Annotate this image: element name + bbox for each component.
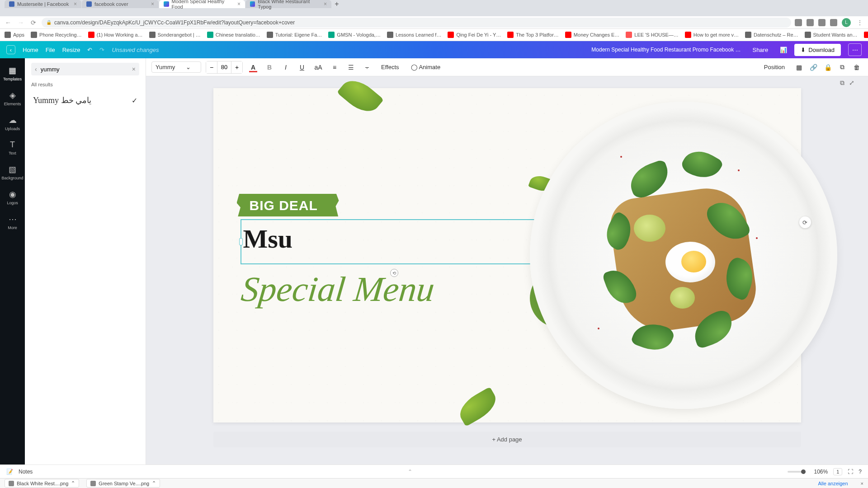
undo-button[interactable]: ↶ [87,47,92,53]
add-page-button[interactable]: + Add page [213,432,801,447]
download-button[interactable]: ⬇Download [794,44,841,56]
extension-icon[interactable] [807,19,814,26]
special-menu-text[interactable]: Special Menu [239,269,436,310]
delete-icon[interactable]: 🗑 [851,61,863,73]
bookmark-item[interactable]: (1) How Working a… [88,32,143,38]
resize-handle-left[interactable] [239,238,243,245]
font-search[interactable]: ‹ × [31,63,139,75]
profile-avatar[interactable]: L [842,18,851,27]
page-count[interactable]: 1 [833,468,842,475]
bookmark-item[interactable]: The Top 3 Platfor… [507,32,559,38]
zoom-slider[interactable] [788,471,806,473]
resize-menu[interactable]: Resize [62,47,80,53]
browser-tab[interactable]: Black White Restaurant Typog× [245,0,331,8]
bookmark-item[interactable]: Datenschutz – Re… [745,32,798,38]
extension-icon[interactable] [818,19,826,26]
copy-page-icon[interactable]: ⧉ [840,79,844,87]
italic-button[interactable]: I [280,61,292,73]
chevron-up-icon[interactable]: ⌃ [152,480,156,486]
bookmark-item[interactable]: Qing Fei De Yi - Y… [448,32,501,38]
bold-button[interactable]: B [264,61,275,73]
help-icon[interactable]: ? [859,469,862,475]
bookmark-item[interactable]: GMSN - Vologda,… [328,32,381,38]
effects-button[interactable]: Effects [377,62,403,72]
chrome-menu-icon[interactable]: ⋮ [855,18,864,27]
bookmark-item[interactable]: Chinese translatio… [207,32,260,38]
forward-button[interactable]: → [16,18,25,27]
rail-templates[interactable]: ▦Templates [0,62,25,85]
bookmark-item[interactable]: Tutorial: Eigene Fa… [267,32,322,38]
duplicate-icon[interactable]: ⧉ [836,61,848,73]
font-size-input[interactable] [217,61,231,73]
redo-button[interactable]: ↷ [99,47,104,53]
text-color-button[interactable]: A [247,61,259,73]
font-search-input[interactable] [41,66,128,73]
notes-icon[interactable]: 📝 [6,469,13,475]
extension-icon[interactable] [795,19,802,26]
rail-more[interactable]: ⋯More [0,211,25,234]
rail-logos[interactable]: ◉Logos [0,186,25,209]
clear-search-icon[interactable]: × [132,66,136,73]
rail-uploads[interactable]: ☁Uploads [0,112,25,135]
file-menu[interactable]: File [46,47,55,53]
fullscreen-icon[interactable]: ⛶ [848,469,853,475]
new-tab-button[interactable]: + [332,0,342,8]
share-button[interactable]: Share [748,44,773,56]
page-up-handle[interactable]: ⌃ [408,469,412,475]
refresh-element-icon[interactable]: ⟳ [799,216,811,228]
font-family-select[interactable]: Yummy⌄ [151,61,201,73]
browser-tab-active[interactable]: Modern Special Healthy Food× [159,0,245,8]
zoom-value[interactable]: 106% [814,469,828,475]
lock-element-icon[interactable]: 🔒 [822,61,834,73]
bookmark-item[interactable]: Money Changes E… [565,32,620,38]
font-size-stepper[interactable]: − + [206,61,243,74]
address-bar[interactable]: 🔒 canva.com/design/DAEyzqkApKc/U_jCWYCc-… [42,18,791,28]
browser-tab[interactable]: Musterseite | Facebook× [5,0,81,8]
close-icon[interactable]: × [74,1,77,7]
document-title[interactable]: Modern Special Healthy Food Restaurant P… [591,47,741,53]
link-icon[interactable]: 🔗 [807,61,819,73]
bookmark-item[interactable]: Student Wants an… [805,32,858,38]
bookmark-item[interactable]: Sonderangebot | … [149,32,201,38]
design-canvas[interactable]: BIG DEAL ⟲ Msu Special Menu Promo 35% Of… [213,88,801,422]
bookmark-item[interactable]: How to get more v… [685,32,739,38]
rail-background[interactable]: ▧Background [0,161,25,184]
back-home-icon[interactable]: ‹ [6,45,15,54]
underline-button[interactable]: U [296,61,308,73]
rail-elements[interactable]: ◈Elements [0,87,25,110]
back-button[interactable]: ← [4,18,13,27]
home-link[interactable]: Home [23,47,38,53]
close-icon[interactable]: × [151,1,154,7]
expand-page-icon[interactable]: ⤢ [849,79,854,87]
align-button[interactable]: ≡ [329,61,340,73]
show-all-downloads[interactable]: Alle anzeigen [818,481,848,486]
bookmark-item[interactable]: LEE 'S HOUSE—… [626,32,678,38]
position-button[interactable]: Position [760,62,788,72]
textbox-content[interactable]: Msu [243,224,293,254]
close-icon[interactable]: × [237,1,241,7]
case-button[interactable]: aA [312,61,324,73]
apps-button[interactable]: Apps [5,32,24,38]
back-chevron-icon[interactable]: ‹ [35,66,37,73]
download-item[interactable]: Green Stamp Ve....png⌃ [86,479,160,488]
chevron-up-icon[interactable]: ⌃ [71,480,75,486]
font-result-row[interactable]: Yummy يامي خط ✓ [31,92,139,109]
notes-button[interactable]: Notes [19,469,33,475]
close-shelf-icon[interactable]: × [861,481,863,486]
bookmark-item[interactable]: Phone Recycling… [31,32,82,38]
food-plate-image[interactable] [530,102,837,409]
more-menu-button[interactable]: ⋯ [848,43,862,56]
download-item[interactable]: Black White Rest....png⌃ [5,479,79,488]
bookmark-item[interactable]: (2) How To Add A… [864,32,868,38]
rail-text[interactable]: TText [0,136,25,159]
big-deal-text[interactable]: BIG DEAL [250,198,318,213]
decrease-size-button[interactable]: − [206,61,217,73]
insights-icon[interactable]: 📊 [780,47,787,53]
close-icon[interactable]: × [324,1,327,7]
transparency-icon[interactable]: ▩ [793,61,805,73]
reload-button[interactable]: ⟳ [29,18,38,27]
extension-icon[interactable] [830,19,837,26]
bookmark-item[interactable]: Lessons Learned f… [387,32,442,38]
increase-size-button[interactable]: + [231,61,242,73]
animate-button[interactable]: ◯ Animate [407,62,444,72]
